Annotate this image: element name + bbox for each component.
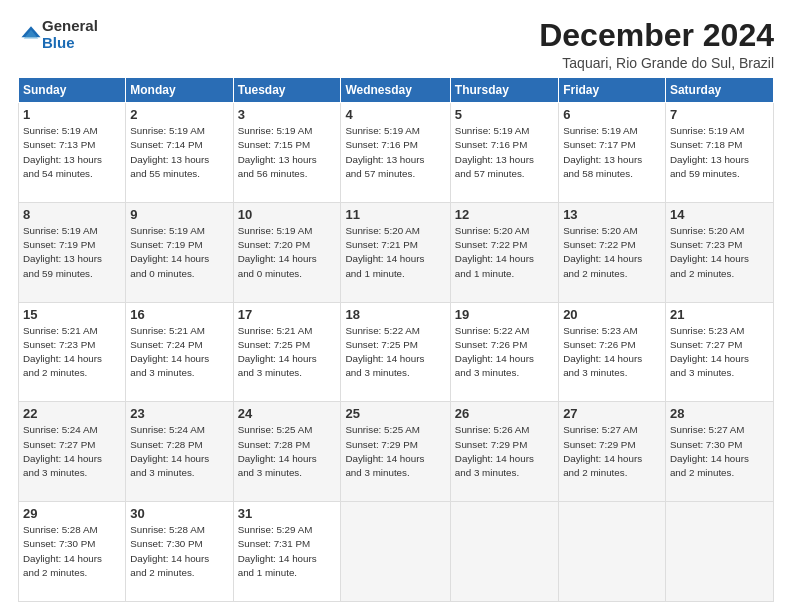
col-friday: Friday [559,78,666,103]
day-number: 3 [238,107,337,122]
calendar-cell [559,502,666,602]
day-info: Sunrise: 5:20 AMSunset: 7:21 PMDaylight:… [345,224,445,281]
calendar-cell: 20Sunrise: 5:23 AMSunset: 7:26 PMDayligh… [559,302,666,402]
day-number: 16 [130,307,228,322]
calendar-cell: 6Sunrise: 5:19 AMSunset: 7:17 PMDaylight… [559,103,666,203]
day-number: 28 [670,406,769,421]
calendar-cell: 9Sunrise: 5:19 AMSunset: 7:19 PMDaylight… [126,202,233,302]
day-info: Sunrise: 5:25 AMSunset: 7:29 PMDaylight:… [345,423,445,480]
calendar-cell: 8Sunrise: 5:19 AMSunset: 7:19 PMDaylight… [19,202,126,302]
calendar-cell: 21Sunrise: 5:23 AMSunset: 7:27 PMDayligh… [665,302,773,402]
day-info: Sunrise: 5:24 AMSunset: 7:28 PMDaylight:… [130,423,228,480]
day-info: Sunrise: 5:28 AMSunset: 7:30 PMDaylight:… [130,523,228,580]
day-number: 6 [563,107,661,122]
day-info: Sunrise: 5:22 AMSunset: 7:26 PMDaylight:… [455,324,554,381]
day-info: Sunrise: 5:20 AMSunset: 7:22 PMDaylight:… [563,224,661,281]
calendar-cell: 7Sunrise: 5:19 AMSunset: 7:18 PMDaylight… [665,103,773,203]
day-number: 2 [130,107,228,122]
calendar-cell: 25Sunrise: 5:25 AMSunset: 7:29 PMDayligh… [341,402,450,502]
day-info: Sunrise: 5:19 AMSunset: 7:13 PMDaylight:… [23,124,121,181]
calendar-cell: 10Sunrise: 5:19 AMSunset: 7:20 PMDayligh… [233,202,341,302]
day-info: Sunrise: 5:20 AMSunset: 7:22 PMDaylight:… [455,224,554,281]
day-number: 17 [238,307,337,322]
col-wednesday: Wednesday [341,78,450,103]
calendar-cell: 18Sunrise: 5:22 AMSunset: 7:25 PMDayligh… [341,302,450,402]
month-title: December 2024 [539,18,774,53]
day-info: Sunrise: 5:21 AMSunset: 7:23 PMDaylight:… [23,324,121,381]
day-number: 15 [23,307,121,322]
col-monday: Monday [126,78,233,103]
header-row: Sunday Monday Tuesday Wednesday Thursday… [19,78,774,103]
calendar-cell: 30Sunrise: 5:28 AMSunset: 7:30 PMDayligh… [126,502,233,602]
calendar-week-2: 8Sunrise: 5:19 AMSunset: 7:19 PMDaylight… [19,202,774,302]
calendar-cell: 1Sunrise: 5:19 AMSunset: 7:13 PMDaylight… [19,103,126,203]
calendar-cell: 24Sunrise: 5:25 AMSunset: 7:28 PMDayligh… [233,402,341,502]
logo-icon [20,24,42,46]
day-number: 22 [23,406,121,421]
calendar-cell: 19Sunrise: 5:22 AMSunset: 7:26 PMDayligh… [450,302,558,402]
logo-text: General Blue [42,18,98,51]
day-number: 10 [238,207,337,222]
day-number: 25 [345,406,445,421]
calendar-cell: 13Sunrise: 5:20 AMSunset: 7:22 PMDayligh… [559,202,666,302]
logo: General Blue [18,18,98,51]
calendar-cell: 28Sunrise: 5:27 AMSunset: 7:30 PMDayligh… [665,402,773,502]
day-number: 9 [130,207,228,222]
calendar-table: Sunday Monday Tuesday Wednesday Thursday… [18,77,774,602]
col-thursday: Thursday [450,78,558,103]
day-number: 26 [455,406,554,421]
col-tuesday: Tuesday [233,78,341,103]
day-number: 13 [563,207,661,222]
day-info: Sunrise: 5:22 AMSunset: 7:25 PMDaylight:… [345,324,445,381]
day-number: 31 [238,506,337,521]
calendar-cell: 4Sunrise: 5:19 AMSunset: 7:16 PMDaylight… [341,103,450,203]
day-number: 24 [238,406,337,421]
calendar-cell: 15Sunrise: 5:21 AMSunset: 7:23 PMDayligh… [19,302,126,402]
calendar-week-1: 1Sunrise: 5:19 AMSunset: 7:13 PMDaylight… [19,103,774,203]
location: Taquari, Rio Grande do Sul, Brazil [539,55,774,71]
day-info: Sunrise: 5:21 AMSunset: 7:24 PMDaylight:… [130,324,228,381]
calendar-cell: 11Sunrise: 5:20 AMSunset: 7:21 PMDayligh… [341,202,450,302]
day-number: 5 [455,107,554,122]
day-info: Sunrise: 5:21 AMSunset: 7:25 PMDaylight:… [238,324,337,381]
day-number: 12 [455,207,554,222]
day-info: Sunrise: 5:26 AMSunset: 7:29 PMDaylight:… [455,423,554,480]
calendar-cell: 31Sunrise: 5:29 AMSunset: 7:31 PMDayligh… [233,502,341,602]
day-number: 7 [670,107,769,122]
day-number: 20 [563,307,661,322]
calendar-body: 1Sunrise: 5:19 AMSunset: 7:13 PMDaylight… [19,103,774,602]
day-number: 14 [670,207,769,222]
day-info: Sunrise: 5:19 AMSunset: 7:16 PMDaylight:… [455,124,554,181]
title-block: December 2024 Taquari, Rio Grande do Sul… [539,18,774,71]
col-saturday: Saturday [665,78,773,103]
calendar-cell: 5Sunrise: 5:19 AMSunset: 7:16 PMDaylight… [450,103,558,203]
day-info: Sunrise: 5:23 AMSunset: 7:27 PMDaylight:… [670,324,769,381]
calendar-week-5: 29Sunrise: 5:28 AMSunset: 7:30 PMDayligh… [19,502,774,602]
calendar-cell: 27Sunrise: 5:27 AMSunset: 7:29 PMDayligh… [559,402,666,502]
day-info: Sunrise: 5:25 AMSunset: 7:28 PMDaylight:… [238,423,337,480]
col-sunday: Sunday [19,78,126,103]
calendar-header: Sunday Monday Tuesday Wednesday Thursday… [19,78,774,103]
header: General Blue December 2024 Taquari, Rio … [18,18,774,71]
day-number: 23 [130,406,228,421]
page: General Blue December 2024 Taquari, Rio … [0,0,792,612]
day-info: Sunrise: 5:23 AMSunset: 7:26 PMDaylight:… [563,324,661,381]
day-info: Sunrise: 5:19 AMSunset: 7:16 PMDaylight:… [345,124,445,181]
day-number: 30 [130,506,228,521]
day-info: Sunrise: 5:20 AMSunset: 7:23 PMDaylight:… [670,224,769,281]
day-info: Sunrise: 5:19 AMSunset: 7:20 PMDaylight:… [238,224,337,281]
day-number: 8 [23,207,121,222]
calendar-cell: 3Sunrise: 5:19 AMSunset: 7:15 PMDaylight… [233,103,341,203]
logo-general: General [42,18,98,35]
day-number: 19 [455,307,554,322]
calendar-cell: 26Sunrise: 5:26 AMSunset: 7:29 PMDayligh… [450,402,558,502]
day-info: Sunrise: 5:19 AMSunset: 7:14 PMDaylight:… [130,124,228,181]
calendar-week-4: 22Sunrise: 5:24 AMSunset: 7:27 PMDayligh… [19,402,774,502]
day-info: Sunrise: 5:28 AMSunset: 7:30 PMDaylight:… [23,523,121,580]
day-info: Sunrise: 5:27 AMSunset: 7:30 PMDaylight:… [670,423,769,480]
day-number: 4 [345,107,445,122]
day-number: 27 [563,406,661,421]
calendar-cell: 12Sunrise: 5:20 AMSunset: 7:22 PMDayligh… [450,202,558,302]
calendar-cell: 16Sunrise: 5:21 AMSunset: 7:24 PMDayligh… [126,302,233,402]
calendar-cell: 23Sunrise: 5:24 AMSunset: 7:28 PMDayligh… [126,402,233,502]
